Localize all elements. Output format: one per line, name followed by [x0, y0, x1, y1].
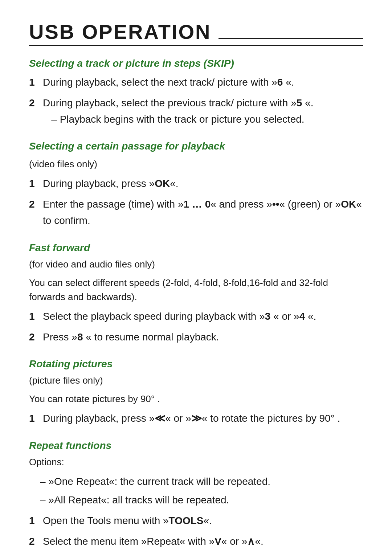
list-num: 1: [29, 308, 43, 325]
section-passage: Selecting a certain passage for playback…: [29, 140, 363, 229]
list-num: 3: [29, 554, 43, 556]
list-num: 2: [29, 533, 43, 550]
list-item: 1 Open the Tools menu with »TOOLS«.: [29, 513, 363, 529]
list-num: 2: [29, 95, 43, 111]
list-content: Select the playback speed during playbac…: [43, 308, 363, 325]
section-skip: Selecting a track or picture in steps (S…: [29, 58, 363, 127]
key-indicator: ••: [272, 199, 279, 210]
passage-heading: Selecting a certain passage for playback: [29, 140, 363, 152]
passage-note: (video files only): [29, 157, 363, 171]
key-indicator: OK: [341, 199, 356, 210]
list-content: Select the menu item »Repeat« with »V« o…: [43, 533, 363, 550]
skip-heading: Selecting a track or picture in steps (S…: [29, 58, 363, 69]
skip-list: 1 During playback, select the next track…: [29, 74, 363, 127]
section-repeat: Repeat functions Options: »One Repeat«: …: [29, 440, 363, 556]
repeat-options-list: »One Repeat«: the current track will be …: [29, 474, 363, 508]
list-item: »All Repeat«: all tracks will be repeate…: [40, 492, 363, 508]
list-item: 1 During playback, press »OK«.: [29, 176, 363, 192]
key-indicator: 5: [297, 97, 302, 109]
key-indicator: ∧: [247, 536, 255, 547]
list-item: 1 Select the playback speed during playb…: [29, 308, 363, 325]
list-num: 1: [29, 176, 43, 192]
list-content: During playback, press »OK«.: [43, 176, 363, 192]
list-item: 2 Press »8 « to resume normal playback.: [29, 329, 363, 346]
key-indicator: V: [215, 536, 221, 547]
list-content: Press »8 « to resume normal playback.: [43, 329, 363, 346]
rotating-heading: Rotating pictures: [29, 358, 363, 370]
list-num: 1: [29, 513, 43, 529]
key-indicator: 3: [265, 311, 271, 322]
key-indicator: ≫: [191, 413, 202, 424]
list-content: Enter the passage (time) with »1 … 0« an…: [43, 196, 363, 229]
rotating-list: 1 During playback, press »≪« or »≫« to r…: [29, 410, 363, 427]
key-indicator: OK: [155, 178, 170, 189]
rotating-note1: (picture files only): [29, 373, 363, 388]
repeat-options-label: Options:: [29, 455, 363, 469]
title-underline: [219, 38, 363, 39]
list-item: 2 Enter the passage (time) with »1 … 0« …: [29, 196, 363, 229]
fastforward-heading: Fast forward: [29, 242, 363, 254]
section-fastforward: Fast forward (for video and audio files …: [29, 242, 363, 346]
page-title: USB OPERATION: [29, 22, 211, 42]
list-num: 1: [29, 74, 43, 91]
list-content: During playback, select the next track/ …: [43, 74, 363, 91]
list-content: Select »All«, »Random«, »One« or »None« …: [43, 554, 363, 556]
key-indicator: 4: [299, 311, 305, 322]
key-indicator: 8: [77, 331, 83, 343]
fastforward-note1: (for video and audio files only): [29, 257, 363, 271]
list-num: 1: [29, 410, 43, 427]
key-indicator: TOOLS: [169, 515, 204, 526]
list-item: 1 During playback, press »≪« or »≫« to r…: [29, 410, 363, 427]
rotating-note2: You can rotate pictures by 90° .: [29, 392, 363, 406]
list-item: 2 During playback, select the previous t…: [29, 95, 363, 128]
passage-list: 1 During playback, press »OK«. 2 Enter t…: [29, 176, 363, 229]
repeat-heading: Repeat functions: [29, 440, 363, 451]
key-indicator: 1 … 0: [184, 199, 211, 210]
list-num: 2: [29, 196, 43, 213]
repeat-list: 1 Open the Tools menu with »TOOLS«. 2 Se…: [29, 513, 363, 556]
list-item: 2 Select the menu item »Repeat« with »V«…: [29, 533, 363, 550]
list-item: 1 During playback, select the next track…: [29, 74, 363, 91]
key-indicator: ≪: [155, 413, 165, 424]
page-title-block: USB OPERATION: [29, 22, 363, 46]
section-rotating: Rotating pictures (picture files only) Y…: [29, 358, 363, 427]
list-num: 2: [29, 329, 43, 346]
list-item: »One Repeat«: the current track will be …: [40, 474, 363, 490]
list-content: During playback, select the previous tra…: [43, 95, 363, 128]
fastforward-note2: You can select different speeds (2-fold,…: [29, 276, 363, 304]
list-item: 3 Select »All«, »Random«, »One« or »None…: [29, 554, 363, 556]
key-indicator: 6: [277, 77, 283, 88]
list-content: During playback, press »≪« or »≫« to rot…: [43, 410, 363, 427]
fastforward-list: 1 Select the playback speed during playb…: [29, 308, 363, 346]
list-content: Open the Tools menu with »TOOLS«.: [43, 513, 363, 529]
